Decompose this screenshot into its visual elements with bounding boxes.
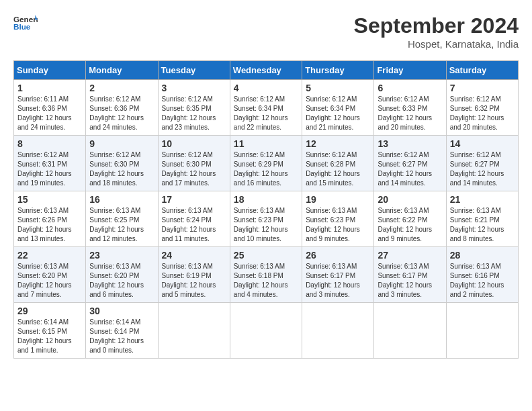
- day-info: Sunrise: 6:13 AMSunset: 6:19 PMDaylight:…: [162, 262, 226, 300]
- day-info: Sunrise: 6:12 AMSunset: 6:30 PMDaylight:…: [162, 150, 226, 188]
- day-info: Sunrise: 6:14 AMSunset: 6:15 PMDaylight:…: [17, 318, 82, 355]
- day-number: 24: [162, 250, 226, 261]
- logo: General Blue: [13, 13, 38, 32]
- calendar-cell: [158, 303, 230, 359]
- day-info: Sunrise: 6:11 AMSunset: 6:36 PMDaylight:…: [17, 95, 82, 132]
- calendar-cell: 23Sunrise: 6:13 AMSunset: 6:20 PMDayligh…: [86, 247, 158, 303]
- day-info: Sunrise: 6:13 AMSunset: 6:23 PMDaylight:…: [306, 206, 370, 244]
- day-info: Sunrise: 6:13 AMSunset: 6:17 PMDaylight:…: [306, 262, 370, 300]
- col-header-saturday: Saturday: [446, 61, 518, 80]
- day-number: 12: [306, 138, 370, 149]
- calendar-cell: 4Sunrise: 6:12 AMSunset: 6:34 PMDaylight…: [230, 80, 302, 136]
- day-info: Sunrise: 6:13 AMSunset: 6:20 PMDaylight:…: [89, 262, 154, 300]
- calendar-cell: 16Sunrise: 6:13 AMSunset: 6:25 PMDayligh…: [86, 191, 158, 247]
- col-header-monday: Monday: [86, 61, 158, 80]
- day-number: 23: [89, 250, 154, 261]
- calendar-cell: 29Sunrise: 6:14 AMSunset: 6:15 PMDayligh…: [14, 303, 86, 359]
- calendar-cell: [446, 303, 518, 359]
- day-number: 14: [450, 138, 515, 149]
- calendar-cell: 28Sunrise: 6:13 AMSunset: 6:16 PMDayligh…: [446, 247, 518, 303]
- day-info: Sunrise: 6:13 AMSunset: 6:25 PMDaylight:…: [89, 206, 154, 244]
- calendar-cell: 20Sunrise: 6:13 AMSunset: 6:22 PMDayligh…: [374, 191, 446, 247]
- day-number: 22: [17, 250, 82, 261]
- calendar-cell: 1Sunrise: 6:11 AMSunset: 6:36 PMDaylight…: [14, 80, 86, 136]
- day-number: 5: [306, 83, 370, 93]
- day-number: 4: [234, 83, 298, 93]
- day-info: Sunrise: 6:12 AMSunset: 6:27 PMDaylight:…: [450, 150, 515, 188]
- day-info: Sunrise: 6:13 AMSunset: 6:26 PMDaylight:…: [17, 206, 82, 244]
- calendar-cell: 3Sunrise: 6:12 AMSunset: 6:35 PMDaylight…: [158, 80, 230, 136]
- day-number: 8: [17, 138, 82, 149]
- calendar-week-5: 29Sunrise: 6:14 AMSunset: 6:15 PMDayligh…: [14, 303, 519, 359]
- day-info: Sunrise: 6:13 AMSunset: 6:16 PMDaylight:…: [450, 262, 515, 300]
- header-row: SundayMondayTuesdayWednesdayThursdayFrid…: [14, 61, 519, 80]
- day-number: 2: [89, 83, 154, 93]
- day-number: 27: [378, 250, 442, 261]
- month-title: September 2024: [354, 13, 519, 38]
- day-info: Sunrise: 6:12 AMSunset: 6:35 PMDaylight:…: [162, 95, 226, 132]
- day-number: 18: [234, 194, 298, 205]
- calendar-week-1: 1Sunrise: 6:11 AMSunset: 6:36 PMDaylight…: [14, 80, 519, 136]
- day-number: 28: [450, 250, 515, 261]
- calendar-cell: [302, 303, 374, 359]
- calendar-cell: 26Sunrise: 6:13 AMSunset: 6:17 PMDayligh…: [302, 247, 374, 303]
- day-number: 7: [450, 83, 515, 93]
- calendar-cell: 5Sunrise: 6:12 AMSunset: 6:34 PMDaylight…: [302, 80, 374, 136]
- calendar-cell: 7Sunrise: 6:12 AMSunset: 6:32 PMDaylight…: [446, 80, 518, 136]
- day-info: Sunrise: 6:13 AMSunset: 6:18 PMDaylight:…: [234, 262, 298, 300]
- calendar-cell: 13Sunrise: 6:12 AMSunset: 6:27 PMDayligh…: [374, 136, 446, 191]
- day-info: Sunrise: 6:12 AMSunset: 6:31 PMDaylight:…: [17, 150, 82, 188]
- day-number: 21: [450, 194, 515, 205]
- day-info: Sunrise: 6:12 AMSunset: 6:34 PMDaylight:…: [234, 95, 298, 132]
- day-info: Sunrise: 6:12 AMSunset: 6:30 PMDaylight:…: [89, 150, 154, 188]
- logo-icon: General Blue: [13, 13, 38, 32]
- day-info: Sunrise: 6:12 AMSunset: 6:34 PMDaylight:…: [306, 95, 370, 132]
- day-info: Sunrise: 6:14 AMSunset: 6:14 PMDaylight:…: [89, 318, 154, 355]
- calendar-cell: 25Sunrise: 6:13 AMSunset: 6:18 PMDayligh…: [230, 247, 302, 303]
- calendar-cell: 18Sunrise: 6:13 AMSunset: 6:23 PMDayligh…: [230, 191, 302, 247]
- day-number: 26: [306, 250, 370, 261]
- col-header-sunday: Sunday: [14, 61, 86, 80]
- calendar-cell: 10Sunrise: 6:12 AMSunset: 6:30 PMDayligh…: [158, 136, 230, 191]
- page-header: General Blue September 2024 Hospet, Karn…: [13, 13, 519, 50]
- calendar-cell: 6Sunrise: 6:12 AMSunset: 6:33 PMDaylight…: [374, 80, 446, 136]
- day-info: Sunrise: 6:12 AMSunset: 6:29 PMDaylight:…: [234, 150, 298, 188]
- day-info: Sunrise: 6:12 AMSunset: 6:27 PMDaylight:…: [378, 150, 442, 188]
- day-info: Sunrise: 6:13 AMSunset: 6:21 PMDaylight:…: [450, 206, 515, 244]
- calendar-cell: 9Sunrise: 6:12 AMSunset: 6:30 PMDaylight…: [86, 136, 158, 191]
- day-info: Sunrise: 6:13 AMSunset: 6:23 PMDaylight:…: [234, 206, 298, 244]
- calendar-cell: 15Sunrise: 6:13 AMSunset: 6:26 PMDayligh…: [14, 191, 86, 247]
- calendar-cell: [230, 303, 302, 359]
- day-info: Sunrise: 6:12 AMSunset: 6:33 PMDaylight:…: [378, 95, 442, 132]
- day-number: 1: [17, 83, 82, 93]
- calendar-cell: 19Sunrise: 6:13 AMSunset: 6:23 PMDayligh…: [302, 191, 374, 247]
- day-info: Sunrise: 6:13 AMSunset: 6:24 PMDaylight:…: [162, 206, 226, 244]
- day-number: 20: [378, 194, 442, 205]
- calendar-cell: 22Sunrise: 6:13 AMSunset: 6:20 PMDayligh…: [14, 247, 86, 303]
- day-number: 15: [17, 194, 82, 205]
- day-number: 29: [17, 306, 82, 316]
- day-number: 6: [378, 83, 442, 93]
- day-number: 10: [162, 138, 226, 149]
- day-info: Sunrise: 6:12 AMSunset: 6:32 PMDaylight:…: [450, 95, 515, 132]
- day-number: 25: [234, 250, 298, 261]
- calendar-table: SundayMondayTuesdayWednesdayThursdayFrid…: [13, 60, 519, 359]
- calendar-cell: 2Sunrise: 6:12 AMSunset: 6:36 PMDaylight…: [86, 80, 158, 136]
- title-block: September 2024 Hospet, Karnataka, India: [354, 13, 519, 50]
- day-info: Sunrise: 6:13 AMSunset: 6:20 PMDaylight:…: [17, 262, 82, 300]
- day-info: Sunrise: 6:12 AMSunset: 6:36 PMDaylight:…: [89, 95, 154, 132]
- calendar-week-3: 15Sunrise: 6:13 AMSunset: 6:26 PMDayligh…: [14, 191, 519, 247]
- calendar-cell: 12Sunrise: 6:12 AMSunset: 6:28 PMDayligh…: [302, 136, 374, 191]
- day-info: Sunrise: 6:13 AMSunset: 6:22 PMDaylight:…: [378, 206, 442, 244]
- calendar-week-4: 22Sunrise: 6:13 AMSunset: 6:20 PMDayligh…: [14, 247, 519, 303]
- day-info: Sunrise: 6:12 AMSunset: 6:28 PMDaylight:…: [306, 150, 370, 188]
- calendar-cell: 24Sunrise: 6:13 AMSunset: 6:19 PMDayligh…: [158, 247, 230, 303]
- day-number: 19: [306, 194, 370, 205]
- col-header-friday: Friday: [374, 61, 446, 80]
- calendar-cell: 14Sunrise: 6:12 AMSunset: 6:27 PMDayligh…: [446, 136, 518, 191]
- calendar-week-2: 8Sunrise: 6:12 AMSunset: 6:31 PMDaylight…: [14, 136, 519, 191]
- calendar-cell: 17Sunrise: 6:13 AMSunset: 6:24 PMDayligh…: [158, 191, 230, 247]
- calendar-cell: 21Sunrise: 6:13 AMSunset: 6:21 PMDayligh…: [446, 191, 518, 247]
- day-number: 3: [162, 83, 226, 93]
- col-header-wednesday: Wednesday: [230, 61, 302, 80]
